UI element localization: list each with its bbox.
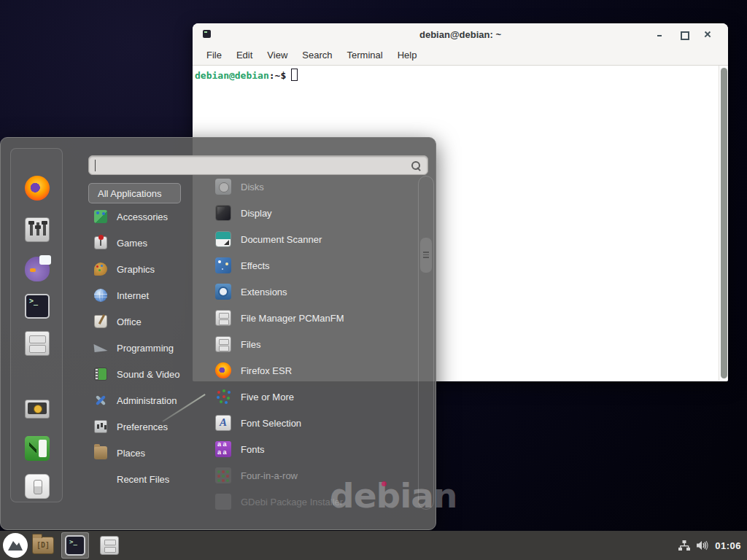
favorite-file-manager-icon[interactable] <box>25 331 50 356</box>
category-label: Places <box>117 448 145 459</box>
menu-edit[interactable]: Edit <box>229 47 260 63</box>
app-list-scrollbar[interactable] <box>418 176 434 510</box>
terminal-icon <box>65 535 85 556</box>
terminal-cursor <box>291 69 298 81</box>
menu-terminal[interactable]: Terminal <box>340 47 390 63</box>
app-fonts[interactable]: Fonts <box>196 436 415 462</box>
recent-files-icon <box>94 472 107 486</box>
minimize-button[interactable] <box>655 30 664 39</box>
prompt-symbol: $ <box>280 70 286 81</box>
app-effects[interactable]: Effects <box>196 252 415 279</box>
desktop: debian@debian: ~ File Edit View Search T… <box>0 0 747 560</box>
category-label: Graphics <box>117 264 155 275</box>
file-cabinet-icon <box>215 336 231 352</box>
category-sound-video[interactable]: Sound & Video <box>88 361 198 387</box>
application-list: Disks Display Document Scanner Effects E… <box>196 174 415 515</box>
category-recent-files[interactable]: Recent Files <box>88 466 198 492</box>
close-button[interactable] <box>703 30 712 39</box>
administration-tools-icon <box>94 394 107 407</box>
clock[interactable]: 01:06 <box>715 540 741 551</box>
favorite-firefox-icon[interactable] <box>25 176 50 201</box>
menu-launcher-button[interactable] <box>3 533 28 558</box>
menu-file[interactable]: File <box>199 47 229 63</box>
app-font-selection[interactable]: Font Selection <box>196 410 415 436</box>
app-label: Four-in-a-row <box>241 470 298 481</box>
four-in-a-row-icon <box>215 467 231 483</box>
app-list-scrollbar-thumb[interactable] <box>420 238 432 273</box>
five-or-more-icon <box>215 389 231 405</box>
app-extensions[interactable]: Extensions <box>196 279 415 305</box>
lock-screen-icon[interactable] <box>25 400 50 419</box>
programming-icon <box>94 341 107 354</box>
app-label: Document Scanner <box>241 234 322 245</box>
category-accessories[interactable]: Accessories <box>88 203 198 230</box>
app-gdebi-package-installer[interactable]: GDebi Package Installer <box>196 489 415 515</box>
shell-prompt: debian@debian:~$ <box>195 69 298 81</box>
logout-icon[interactable] <box>25 436 50 461</box>
games-icon <box>94 236 107 249</box>
menu-view[interactable]: View <box>260 47 295 63</box>
search-icon <box>411 160 421 171</box>
volume-icon[interactable] <box>696 540 709 551</box>
app-label: Effects <box>241 260 270 271</box>
category-label: Internet <box>117 290 149 301</box>
terminal-scrollbar-thumb[interactable] <box>721 68 727 378</box>
maximize-button[interactable] <box>679 30 688 39</box>
category-programming[interactable]: Programming <box>88 335 198 361</box>
terminal-titlebar[interactable]: debian@debian: ~ <box>193 23 728 45</box>
sound-video-icon <box>94 368 107 381</box>
all-applications-label: All Applications <box>98 188 161 199</box>
category-places[interactable]: Places <box>88 440 198 466</box>
app-label: Five or More <box>241 392 294 402</box>
menu-help[interactable]: Help <box>390 47 425 63</box>
app-five-or-more[interactable]: Five or More <box>196 384 415 410</box>
taskbar-file-manager-button[interactable] <box>32 537 54 554</box>
terminal-scrollbar[interactable] <box>719 66 728 381</box>
network-tray-icon[interactable] <box>678 540 690 551</box>
favorite-terminal-icon[interactable] <box>25 294 50 319</box>
internet-globe-icon <box>94 289 107 302</box>
font-selection-icon <box>215 415 231 431</box>
favorite-control-center-icon[interactable] <box>25 217 50 242</box>
firefox-icon <box>215 362 231 378</box>
prompt-user-host: debian@debian <box>195 70 269 81</box>
category-games[interactable]: Games <box>88 230 198 256</box>
category-graphics[interactable]: Graphics <box>88 256 198 282</box>
category-label: Office <box>117 316 142 327</box>
taskbar-terminal-button[interactable] <box>61 532 89 559</box>
app-label: File Manager PCManFM <box>241 313 344 324</box>
effects-icon <box>215 257 231 273</box>
gdebi-icon <box>215 494 231 510</box>
disks-icon <box>215 179 231 195</box>
favorite-pidgin-icon[interactable] <box>25 257 50 281</box>
app-label: Disks <box>241 182 264 192</box>
app-files[interactable]: Files <box>196 331 415 357</box>
category-label: Administration <box>117 395 177 406</box>
category-label: Preferences <box>117 421 168 432</box>
category-all-applications[interactable]: All Applications <box>88 183 181 203</box>
search-input[interactable] <box>95 158 409 172</box>
app-disks[interactable]: Disks <box>196 174 415 200</box>
menu-search[interactable]: Search <box>295 47 339 63</box>
app-firefox-esr[interactable]: Firefox ESR <box>196 357 415 384</box>
taskbar: 01:06 <box>0 531 747 560</box>
app-file-manager-pcmanfm[interactable]: File Manager PCManFM <box>196 305 415 331</box>
app-label: Firefox ESR <box>241 365 292 376</box>
category-preferences[interactable]: Preferences <box>88 413 198 440</box>
app-document-scanner[interactable]: Document Scanner <box>196 226 415 252</box>
app-label: GDebi Package Installer <box>241 497 343 508</box>
prompt-separator: : <box>269 70 275 81</box>
app-four-in-a-row[interactable]: Four-in-a-row <box>196 462 415 489</box>
extensions-gear-icon <box>215 284 231 300</box>
preferences-icon <box>94 420 107 433</box>
category-office[interactable]: Office <box>88 308 198 335</box>
category-internet[interactable]: Internet <box>88 282 198 308</box>
category-label: Accessories <box>117 211 168 222</box>
document-scanner-icon <box>215 231 231 247</box>
places-folder-icon <box>94 446 107 459</box>
app-display[interactable]: Display <box>196 200 415 226</box>
file-cabinet-icon <box>215 310 231 326</box>
shutdown-icon[interactable] <box>25 474 50 499</box>
taskbar-files-button[interactable] <box>95 532 123 559</box>
office-icon <box>94 315 107 328</box>
